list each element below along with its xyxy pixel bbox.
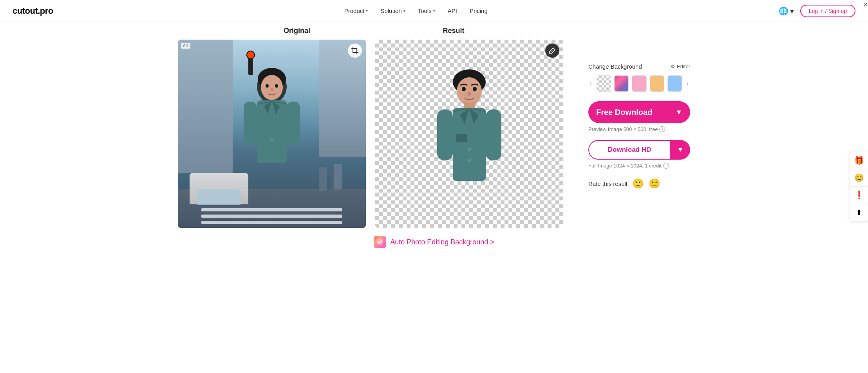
- rate-result-row: Rate this result 🙂 🙁: [588, 178, 660, 189]
- chevron-down-icon: ▾: [790, 6, 794, 16]
- swatch-blue[interactable]: [667, 75, 682, 92]
- nav-links: Product ▾ Solution ▾ Tools ▾ API Pricing: [344, 7, 488, 14]
- frown-icon: 🙁: [649, 178, 660, 189]
- result-label: Result: [375, 27, 532, 35]
- eraser-button[interactable]: [545, 44, 559, 58]
- logo[interactable]: cutout.pro: [13, 6, 53, 16]
- swatch-prev-arrow[interactable]: ‹: [588, 78, 593, 89]
- svg-point-21: [468, 159, 471, 162]
- nav-solution[interactable]: Solution ▾: [380, 7, 405, 14]
- editor-icon: ⚙: [671, 64, 675, 69]
- nav-api[interactable]: API: [448, 7, 457, 14]
- gift-button[interactable]: 🎁: [850, 152, 868, 169]
- upload-icon: ⬆: [856, 208, 863, 217]
- nav-tools[interactable]: Tools ▾: [418, 7, 435, 14]
- panel-headers: Original Result ×: [219, 22, 649, 35]
- full-image-info: Full Image 1024 × 1024, 1 credit i: [588, 163, 669, 169]
- svg-point-20: [468, 148, 471, 151]
- svg-rect-8: [287, 102, 300, 145]
- svg-point-14: [468, 92, 471, 96]
- crop-button[interactable]: [348, 44, 362, 58]
- svg-point-4: [275, 84, 278, 88]
- nav-right: 🌐 ▾ Log in / Sign up: [779, 5, 855, 17]
- svg-point-22: [376, 238, 383, 246]
- chevron-down-icon: ▾: [403, 9, 405, 13]
- translate-icon: 🌐: [779, 6, 788, 16]
- svg-rect-6: [257, 100, 287, 163]
- svg-point-13: [473, 87, 477, 91]
- nav-pricing[interactable]: Pricing: [470, 7, 488, 14]
- upload-button[interactable]: ⬆: [850, 204, 868, 221]
- dropdown-arrow-icon: ▼: [675, 108, 682, 116]
- avatar-button[interactable]: 😊: [850, 169, 868, 187]
- svg-point-3: [266, 84, 269, 88]
- svg-point-11: [457, 77, 482, 106]
- swatch-pink[interactable]: [632, 75, 646, 92]
- info-icon[interactable]: i: [659, 126, 665, 132]
- svg-point-9: [270, 138, 273, 141]
- svg-rect-17: [437, 109, 453, 160]
- editor-button[interactable]: ⚙ Editor: [671, 64, 690, 69]
- svg-rect-18: [486, 109, 501, 160]
- download-hd-row: Download HD ▼: [588, 140, 690, 160]
- float-buttons-panel: 🎁 😊 ❗ ⬆: [850, 152, 868, 222]
- login-button[interactable]: Log in / Sign up: [800, 5, 855, 17]
- navbar: cutout.pro Product ▾ Solution ▾ Tools ▾ …: [0, 0, 868, 22]
- svg-point-12: [462, 87, 466, 91]
- nav-product[interactable]: Product ▾: [344, 7, 368, 14]
- alert-icon: ❗: [854, 190, 864, 200]
- original-image-section: AD: [178, 40, 366, 228]
- language-button[interactable]: 🌐 ▾: [779, 6, 794, 16]
- face-icon: 😊: [854, 173, 864, 182]
- swatch-next-arrow[interactable]: ›: [685, 78, 690, 89]
- svg-point-5: [271, 88, 273, 91]
- ad-badge: AD: [181, 43, 190, 49]
- auto-edit-icon: [374, 236, 386, 248]
- svg-rect-19: [456, 134, 467, 142]
- swatch-orange[interactable]: [650, 75, 664, 92]
- download-hd-dropdown-button[interactable]: ▼: [671, 140, 690, 160]
- swatch-transparent[interactable]: [597, 75, 611, 92]
- svg-rect-7: [244, 102, 257, 145]
- alert-button[interactable]: ❗: [850, 187, 868, 204]
- result-image-section: [375, 40, 563, 228]
- chevron-down-icon: ▾: [366, 9, 368, 13]
- color-swatches-row: ‹ ›: [588, 75, 690, 92]
- result-image-wrapper: [375, 40, 563, 228]
- rate-negative-button[interactable]: 🙁: [649, 178, 660, 189]
- preview-info: Preview Image 500 × 500, free i: [588, 126, 665, 132]
- smile-icon: 🙂: [632, 178, 644, 189]
- main-content: Original Result ×: [0, 22, 868, 253]
- auto-edit-link[interactable]: Auto Photo Editing Background >: [390, 238, 494, 246]
- gift-icon: 🎁: [854, 156, 864, 165]
- svg-rect-16: [453, 108, 486, 181]
- change-background-row: Change Background ⚙ Editor: [588, 63, 690, 70]
- original-label: Original: [219, 27, 375, 35]
- info-icon[interactable]: i: [663, 163, 669, 169]
- download-hd-button[interactable]: Download HD: [588, 140, 671, 160]
- chevron-down-icon: ▾: [433, 9, 435, 13]
- bottom-bar: Auto Photo Editing Background >: [0, 228, 868, 253]
- swatch-colorful[interactable]: [614, 75, 629, 92]
- right-panel: Change Background ⚙ Editor ‹ › Free Down…: [573, 63, 690, 189]
- change-background-label: Change Background: [588, 63, 642, 70]
- original-image-wrapper: AD: [178, 40, 366, 228]
- rate-label: Rate this result: [588, 180, 627, 187]
- rate-positive-button[interactable]: 🙂: [632, 178, 644, 189]
- free-download-button[interactable]: Free Download ▼: [588, 101, 690, 123]
- dropdown-arrow-icon: ▼: [677, 146, 684, 153]
- svg-point-2: [261, 75, 283, 100]
